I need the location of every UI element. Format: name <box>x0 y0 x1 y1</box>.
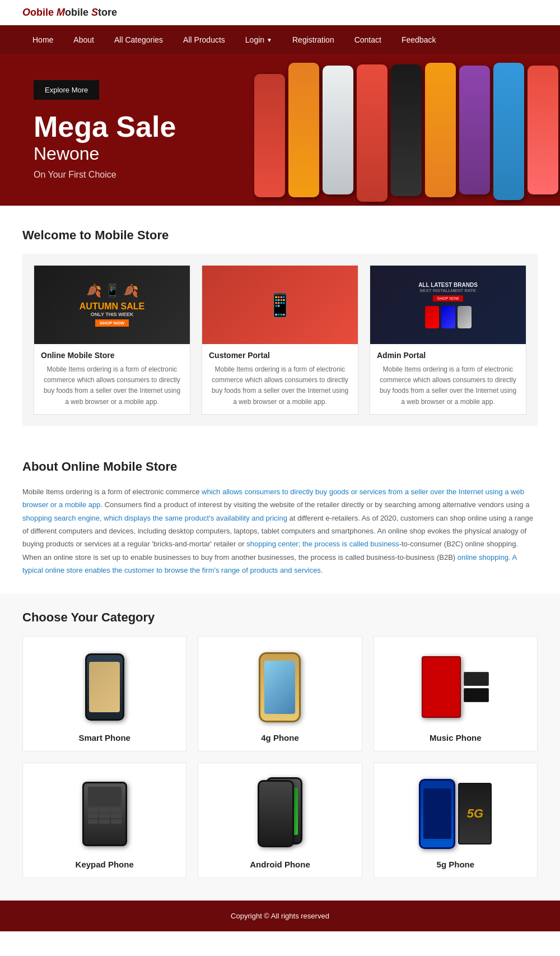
hero-phone-6 <box>425 63 456 197</box>
category-android-phone[interactable]: Android Phone <box>198 763 362 878</box>
about-title: About Online Mobile Store <box>22 460 538 474</box>
nav-all-products[interactable]: All Products <box>173 25 235 54</box>
category-label-android-phone: Android Phone <box>204 860 356 869</box>
card-image-autumn-sale: 🍂 📱 🍂 AUTUMN SALE ONLY THIS WEEK SHOP NO… <box>34 266 190 344</box>
card-online-mobile-store: 🍂 📱 🍂 AUTUMN SALE ONLY THIS WEEK SHOP NO… <box>34 265 190 415</box>
nav-contact[interactable]: Contact <box>344 25 391 54</box>
category-image-music-phone <box>410 648 500 726</box>
category-keypad-phone[interactable]: Keypad Phone <box>22 763 186 878</box>
category-section: Choose Your Category Smart Phone 4g Phon… <box>0 593 560 901</box>
nav-about[interactable]: About <box>63 25 104 54</box>
category-image-smart-phone <box>60 648 150 726</box>
card-heading-3: Admin Portal <box>377 351 519 360</box>
hero-phones <box>252 54 560 206</box>
category-label-4g-phone: 4g Phone <box>204 733 356 742</box>
category-5g-phone[interactable]: 5G 5g Phone <box>374 763 538 878</box>
card-text-3: Mobile Items ordering is a form of elect… <box>377 364 519 407</box>
category-label-keypad-phone: Keypad Phone <box>29 860 180 869</box>
category-label-5g-phone: 5g Phone <box>380 860 531 869</box>
hero-phone-4 <box>357 64 388 202</box>
hero-title: Mega Sale <box>34 111 218 143</box>
hero-content: Explore More Mega Sale Newone On Your Fi… <box>0 58 252 202</box>
category-image-android-phone <box>235 774 325 853</box>
category-4g-phone[interactable]: 4g Phone <box>198 636 362 751</box>
hero-phone-3 <box>323 66 353 194</box>
card-image-brands: ALL LATEST BRANDS BEST INSTALLMENT RATE … <box>370 266 526 344</box>
nav-home[interactable]: Home <box>22 25 63 54</box>
nav-registration[interactable]: Registration <box>282 25 344 54</box>
hero-phone-2 <box>288 63 319 197</box>
hero-section: Explore More Mega Sale Newone On Your Fi… <box>0 54 560 206</box>
category-label-smart-phone: Smart Phone <box>29 733 180 742</box>
nav-login[interactable]: Login ▼ <box>235 25 282 54</box>
category-smart-phone[interactable]: Smart Phone <box>22 636 186 751</box>
title-letter-m: M <box>57 7 65 18</box>
hero-phone-5 <box>391 64 422 196</box>
category-image-5g-phone: 5G <box>410 774 500 853</box>
welcome-section: Welcome to Mobile Store 🍂 📱 🍂 AUTUMN SAL… <box>0 206 560 443</box>
category-music-phone[interactable]: Music Phone <box>374 636 538 751</box>
card-heading-1: Online Mobile Store <box>41 351 183 360</box>
hero-phone-7 <box>459 66 490 194</box>
welcome-title: Welcome to Mobile Store <box>22 228 538 243</box>
card-body-2: Customer Portal Mobile Items ordering is… <box>202 344 358 414</box>
card-body-1: Online Mobile Store Mobile Items orderin… <box>34 344 190 414</box>
footer-copyright: Copyright © All rights reserved <box>231 912 329 920</box>
category-grid: Smart Phone 4g Phone M <box>22 636 538 878</box>
footer: Copyright © All rights reserved <box>0 901 560 931</box>
hero-phone-1 <box>254 74 285 197</box>
card-text-1: Mobile Items ordering is a form of elect… <box>41 364 183 407</box>
category-label-music-phone: Music Phone <box>380 733 531 742</box>
card-image-hand-phone: 📱 <box>202 266 358 344</box>
category-image-4g-phone <box>235 648 325 726</box>
title-letter-o: O <box>22 7 30 18</box>
card-text-2: Mobile Items ordering is a form of elect… <box>209 364 351 407</box>
chevron-down-icon: ▼ <box>267 37 272 43</box>
hero-phone-9 <box>528 66 558 194</box>
card-admin-portal: ALL LATEST BRANDS BEST INSTALLMENT RATE … <box>370 265 526 415</box>
explore-more-button[interactable]: Explore More <box>34 80 99 100</box>
title-letter-s: S <box>91 7 98 18</box>
category-title: Choose Your Category <box>22 610 538 625</box>
welcome-cards: 🍂 📱 🍂 AUTUMN SALE ONLY THIS WEEK SHOP NO… <box>22 254 538 426</box>
about-section: About Online Mobile Store Mobile Items o… <box>0 443 560 594</box>
hero-tagline: On Your First Choice <box>34 170 218 180</box>
nav-all-categories[interactable]: All Categories <box>104 25 173 54</box>
about-text: Mobile Items ordering is a form of elect… <box>22 485 538 577</box>
site-title: Oobile Mobile Store <box>0 0 560 25</box>
hero-phone-8 <box>493 63 524 200</box>
category-image-keypad-phone <box>60 774 150 853</box>
main-nav: Home About All Categories All Products L… <box>0 25 560 54</box>
card-customer-portal: 📱 Customer Portal Mobile Items ordering … <box>202 265 358 415</box>
card-heading-2: Customer Portal <box>209 351 351 360</box>
card-body-3: Admin Portal Mobile Items ordering is a … <box>370 344 526 414</box>
nav-feedback[interactable]: Feedback <box>391 25 446 54</box>
hero-subtitle: Newone <box>34 143 218 164</box>
